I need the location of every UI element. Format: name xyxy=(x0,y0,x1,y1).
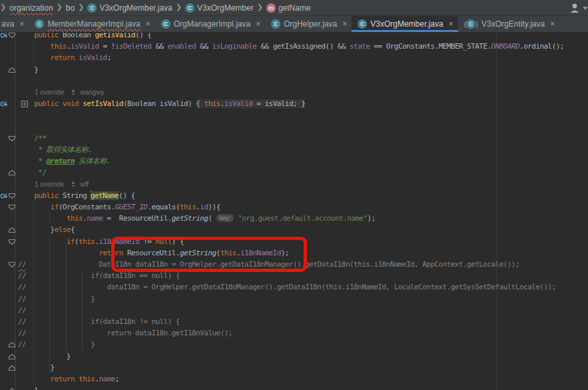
code-line[interactable] xyxy=(0,75,588,87)
code-line[interactable]: } xyxy=(0,385,588,390)
user-icon[interactable] xyxy=(567,2,588,14)
code-editor[interactable]: public Boolean getIsValid() { this.isVal… xyxy=(0,33,588,390)
class-icon: C xyxy=(161,19,170,29)
tab-orghelper-java[interactable]: COrgHelper.java× xyxy=(265,16,352,32)
fold-marker-icon[interactable] xyxy=(8,353,16,360)
chevron-icon: ❯ xyxy=(76,3,86,11)
code-line[interactable]: // } xyxy=(0,339,588,350)
fold-marker-icon[interactable] xyxy=(8,227,16,233)
fold-marker-icon[interactable] xyxy=(8,135,16,142)
code-line[interactable] xyxy=(0,109,588,121)
code-line[interactable]: if(this.i18nNameId != null) { xyxy=(0,236,588,247)
fold-marker-icon[interactable] xyxy=(8,387,16,390)
code-line[interactable]: } xyxy=(0,362,588,373)
fold-marker-icon[interactable] xyxy=(8,169,16,176)
tab-label: V3xOrgMember.java xyxy=(370,19,443,29)
code-line[interactable]: public void setIsValid(Boolean isValid) … xyxy=(0,98,588,109)
code-line[interactable]: public String getName() { xyxy=(0,190,588,201)
tab-label: V3xOrgEntity.java xyxy=(481,19,545,29)
breadcrumb-label: bo xyxy=(66,3,75,13)
breadcrumb-item-v3xorgmember[interactable]: CV3xOrgMember xyxy=(184,3,255,13)
code-line[interactable]: */ xyxy=(0,167,588,178)
tab-close-icon[interactable]: × xyxy=(17,19,24,29)
fold-expand-icon[interactable] xyxy=(21,101,29,107)
tab-close-icon[interactable]: × xyxy=(548,19,555,29)
breadcrumb-item-organization[interactable]: organization xyxy=(8,3,54,13)
param-hint-pill: key: xyxy=(216,214,234,222)
fold-marker-icon[interactable] xyxy=(8,204,16,211)
class-icon: C xyxy=(87,3,97,13)
breadcrumb-item-bo[interactable]: bo xyxy=(65,3,76,13)
code-line[interactable]: if(OrgConstants.GUEST_ID.equals(this.id)… xyxy=(0,201,588,213)
class-icon: (C) xyxy=(464,19,478,29)
fold-marker-icon[interactable] xyxy=(8,261,16,268)
breadcrumb-label: V3xOrgMember.java xyxy=(99,3,172,13)
code-line[interactable]: * 取得实体名称. xyxy=(0,144,588,155)
tab-label: OrgHelper.java xyxy=(284,19,337,29)
code-line[interactable]: // } xyxy=(0,293,588,305)
breadcrumb-label: getName xyxy=(278,3,311,13)
breadcrumb-item-getname[interactable]: mgetName xyxy=(265,3,312,13)
code-line[interactable]: }else{ xyxy=(0,224,588,235)
code-line[interactable]: // return dataI18n.getI18nValue(); xyxy=(0,327,588,339)
code-line[interactable]: } xyxy=(0,64,588,75)
tab-v3xorgmember-java[interactable]: CV3xOrgMember.java× xyxy=(352,16,457,32)
fold-marker-icon[interactable] xyxy=(8,239,16,245)
chevron-icon: ❯ xyxy=(174,3,184,11)
code-vision-inlay[interactable]: 1 overridewff xyxy=(35,181,89,188)
code-line[interactable]: 1 overridewff xyxy=(0,179,588,190)
tab-label: ava xyxy=(1,19,14,29)
breadcrumb-label: V3xOrgMember xyxy=(197,3,254,13)
chevron-icon: ❯ xyxy=(55,3,65,11)
code-line[interactable]: this.name = ResourceUtil.getString( key:… xyxy=(0,213,588,224)
tab-bar: ava×CMemberManagerImpl.java×COrgManagerI… xyxy=(0,16,588,33)
code-line[interactable]: return this.name; xyxy=(0,373,588,385)
code-vision-inlay[interactable]: 1 overridewangwy xyxy=(35,89,105,96)
fold-marker-icon[interactable] xyxy=(8,193,16,199)
code-line[interactable]: // if(dataI18n != null) { xyxy=(0,316,588,327)
code-line[interactable]: } xyxy=(0,351,588,362)
class-icon: C xyxy=(35,19,44,29)
breadcrumb-item-v3xorgmember.java[interactable]: CV3xOrgMember.java xyxy=(86,3,173,13)
chevron-icon: ❯ xyxy=(255,3,265,11)
class-icon: C xyxy=(358,19,367,29)
code-line[interactable]: // xyxy=(0,305,588,316)
tab-membermanagerimpl-java[interactable]: CMemberManagerImpl.java× xyxy=(29,16,154,32)
tab-close-icon[interactable]: × xyxy=(340,19,347,29)
tab-close-icon[interactable]: × xyxy=(447,19,453,29)
author-icon xyxy=(71,181,76,187)
overrides-method-gutter-icon[interactable] xyxy=(0,33,8,39)
code-line[interactable]: // if(dataI18n == null) { xyxy=(0,270,588,281)
tab-close-icon[interactable]: × xyxy=(254,19,260,29)
code-line[interactable]: * @return 实体名称. xyxy=(0,155,588,167)
chevron-icon: ❯ xyxy=(0,3,8,11)
fold-marker-icon[interactable] xyxy=(8,67,16,73)
tab-orgmanagerimpl-java[interactable]: COrgManagerImpl.java× xyxy=(155,16,265,32)
breadcrumb: ❯ organization❯bo❯CV3xOrgMember.java❯CV3… xyxy=(0,0,588,16)
overrides-method-gutter-icon[interactable] xyxy=(0,100,8,108)
code-line[interactable]: return isValid; xyxy=(0,52,588,63)
tab-close-icon[interactable]: × xyxy=(144,19,150,29)
tab-v3xorgentity-java[interactable]: (C)V3xOrgEntity.java× xyxy=(458,16,560,32)
code-line[interactable]: // dataI18n = OrgHelper.getDataI18nManag… xyxy=(0,281,588,293)
code-line[interactable] xyxy=(0,121,588,133)
code-line[interactable]: // DataI18n dataI18n = OrgHelper.getData… xyxy=(0,259,588,270)
fold-marker-icon[interactable] xyxy=(8,365,16,371)
class-icon: C xyxy=(271,19,280,29)
tab-label: OrgManagerImpl.java xyxy=(174,19,250,29)
code-line[interactable]: /** xyxy=(0,133,588,144)
code-line[interactable]: public Boolean getIsValid() { xyxy=(0,33,588,41)
breadcrumb-label: organization xyxy=(9,3,53,13)
method-icon: m xyxy=(266,3,276,13)
class-icon: C xyxy=(185,3,194,13)
tab-label: MemberManagerImpl.java xyxy=(47,19,140,29)
tab-ava[interactable]: ava× xyxy=(0,16,29,32)
fold-marker-icon[interactable] xyxy=(8,341,16,348)
code-line[interactable]: return ResourceUtil.getString(this.i18nN… xyxy=(0,247,588,259)
overrides-method-gutter-icon[interactable] xyxy=(0,192,8,200)
fold-marker-icon[interactable] xyxy=(8,33,16,39)
author-icon xyxy=(71,89,76,95)
code-line[interactable]: 1 overridewangwy xyxy=(0,87,588,98)
code-line[interactable]: this.isValid = !isDeleted && enabled && … xyxy=(0,41,588,52)
